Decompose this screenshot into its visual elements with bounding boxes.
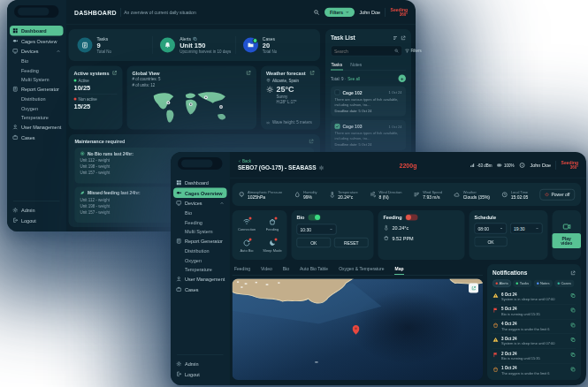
- sidebar-item-admin[interactable]: Admin: [171, 359, 230, 369]
- sidebar-item-devices[interactable]: Devices: [7, 46, 66, 57]
- sidebar-item-user-management[interactable]: User Management: [7, 122, 66, 133]
- tab-bio[interactable]: Bio: [282, 264, 289, 275]
- external-link-icon[interactable]: [246, 71, 251, 76]
- schedule-ok-button[interactable]: OK: [475, 237, 508, 247]
- sidebar-item-cases[interactable]: Cases: [7, 133, 66, 143]
- see-all-link[interactable]: See all: [347, 76, 360, 80]
- sidebar-item-cases[interactable]: Cases: [171, 285, 230, 295]
- task-item[interactable]: Cage 102 1 Oct 24 There are various type…: [331, 87, 406, 117]
- external-link-icon[interactable]: [401, 35, 406, 41]
- notification-item[interactable]: 2 Oct 24Bio is running until 15:35: [493, 349, 576, 364]
- user-name[interactable]: John Doe: [531, 163, 552, 168]
- refresh-icon: [243, 239, 251, 247]
- moon-icon: [269, 239, 277, 247]
- add-task-button[interactable]: +: [399, 75, 407, 83]
- bio-reset-button[interactable]: RESET: [334, 238, 369, 247]
- list-icon[interactable]: [393, 35, 398, 41]
- task-checkbox[interactable]: [335, 90, 340, 95]
- search-icon[interactable]: [313, 9, 319, 15]
- tab-video[interactable]: Video: [261, 264, 273, 275]
- external-link-icon[interactable]: [309, 139, 314, 144]
- sidebar-item-user-management[interactable]: User Management: [171, 274, 230, 285]
- task-item[interactable]: Cage 103 1 Oct 24 There are various type…: [331, 120, 406, 150]
- sidebar-item-distribution[interactable]: Distribution: [171, 247, 230, 256]
- search-input[interactable]: [334, 49, 393, 54]
- schedule-to-select[interactable]: 19:30: [510, 224, 543, 234]
- gear-icon[interactable]: [319, 165, 325, 171]
- tab-auto-bio-table[interactable]: Auto Bio Table: [300, 264, 329, 275]
- filter-chip-alerts[interactable]: Alerts: [493, 280, 511, 288]
- notification-item[interactable]: 5 Oct 24Bio is running until 15:35: [493, 305, 576, 320]
- notification-item[interactable]: 3 Oct 24System is in sleep time until 07…: [493, 334, 576, 349]
- sidebar-item-oxygen[interactable]: Oxygen: [7, 103, 66, 113]
- tab-map[interactable]: Map: [394, 264, 404, 275]
- filter-chip-tasks[interactable]: Tasks: [513, 280, 531, 288]
- map-expand-button[interactable]: [469, 284, 478, 293]
- sidebar-item-feeding[interactable]: Feeding: [171, 217, 230, 227]
- divider: [177, 355, 224, 356]
- sidebar-item-distribution[interactable]: Distribution: [7, 95, 66, 104]
- tab-oxygen-temperature[interactable]: Oxygen & Temperature: [339, 264, 385, 275]
- sidebar-item-devices[interactable]: Devices: [171, 198, 230, 209]
- signal-icon: [470, 163, 475, 168]
- schedule-from-select[interactable]: 08:00: [475, 224, 508, 234]
- sidebar-item-report-generator[interactable]: Report Generator: [171, 236, 230, 247]
- play-video-button[interactable]: Play video: [553, 233, 582, 248]
- filter-chip-notes[interactable]: Notes: [533, 280, 552, 288]
- bio-toggle[interactable]: [308, 215, 320, 221]
- sidebar-item-admin[interactable]: Admin: [7, 205, 66, 216]
- task-checkbox[interactable]: [335, 124, 340, 129]
- copy-icon[interactable]: [570, 367, 576, 372]
- sidebar-item-temperature[interactable]: Temperature: [7, 113, 66, 123]
- bio-time-select[interactable]: 10:30: [297, 224, 337, 235]
- sidebar-item-report-generator[interactable]: Report Generator: [7, 84, 66, 95]
- sidebar-item-dashboard[interactable]: Dashboard: [171, 178, 230, 188]
- satellite-map[interactable]: [233, 279, 484, 381]
- notification-item[interactable]: 4 Oct 24The oxygen is under the limit 6: [493, 319, 576, 334]
- funnel-icon: [405, 49, 409, 53]
- sidebar-item-multi-system[interactable]: Multi System: [171, 227, 230, 237]
- sidebar-item-oxygen[interactable]: Oxygen: [171, 255, 230, 265]
- auto-bio-control[interactable]: Auto Bio: [234, 236, 260, 255]
- feeding-control[interactable]: Feeding: [260, 215, 286, 234]
- bio-ok-button[interactable]: OK: [297, 238, 332, 247]
- sidebar-item-feeding[interactable]: Feeding: [7, 65, 66, 75]
- sidebar-item-temperature[interactable]: Temperature: [171, 265, 230, 275]
- notification-item[interactable]: 6 Oct 24System is in sleep time until 07…: [493, 290, 576, 305]
- copy-icon[interactable]: [570, 322, 576, 328]
- task-filters-button[interactable]: Filters: [405, 49, 422, 53]
- external-link-icon[interactable]: [112, 71, 118, 76]
- filters-button[interactable]: Filters: [325, 8, 355, 18]
- sidebar-item-cages-overview[interactable]: Cages Overview: [7, 36, 66, 47]
- tab-notes[interactable]: Notes: [350, 61, 363, 71]
- copy-icon[interactable]: [570, 352, 576, 357]
- user-name[interactable]: John Doe: [360, 10, 381, 15]
- power-off-button[interactable]: Power off: [539, 189, 575, 201]
- tab-tasks[interactable]: Tasks: [331, 61, 343, 71]
- meter-temperature: Temperature20.24°c: [329, 190, 358, 200]
- external-link-icon[interactable]: [570, 270, 576, 276]
- info-icon[interactable]: [519, 162, 525, 168]
- location-pin-icon: [266, 79, 271, 83]
- external-link-icon[interactable]: [309, 71, 315, 76]
- sleep-mode-control[interactable]: Sleep Mode: [260, 236, 286, 255]
- back-button[interactable]: Back: [238, 159, 325, 163]
- sidebar-item-multi-system[interactable]: Multi System: [7, 75, 66, 85]
- copy-icon[interactable]: [570, 293, 576, 299]
- sidebar-item-logout[interactable]: Logout: [7, 216, 66, 226]
- sidebar-item-bio[interactable]: Bio: [171, 209, 230, 218]
- weather-card: Weather forecast Alicante, Spain 25°C Su…: [261, 66, 320, 130]
- copy-icon[interactable]: [193, 36, 197, 41]
- sidebar-item-dashboard[interactable]: Dashboard: [10, 26, 64, 36]
- copy-icon[interactable]: [570, 338, 576, 343]
- notification-item[interactable]: 1 Oct 24The oxygen is under the limit 6: [493, 363, 576, 377]
- sidebar-item-cages-overview[interactable]: Cages Overview: [173, 188, 227, 199]
- connection-control[interactable]: Connection: [234, 215, 260, 234]
- sidebar-item-bio[interactable]: Bio: [7, 57, 66, 66]
- sidebar-item-logout[interactable]: Logout: [171, 369, 230, 380]
- filter-chip-cases[interactable]: Cases: [554, 280, 574, 288]
- cage-location-pin[interactable]: [353, 325, 360, 334]
- feeding-toggle[interactable]: [406, 215, 418, 221]
- copy-icon[interactable]: [570, 307, 576, 313]
- tab-feeding[interactable]: Feeding: [234, 264, 251, 275]
